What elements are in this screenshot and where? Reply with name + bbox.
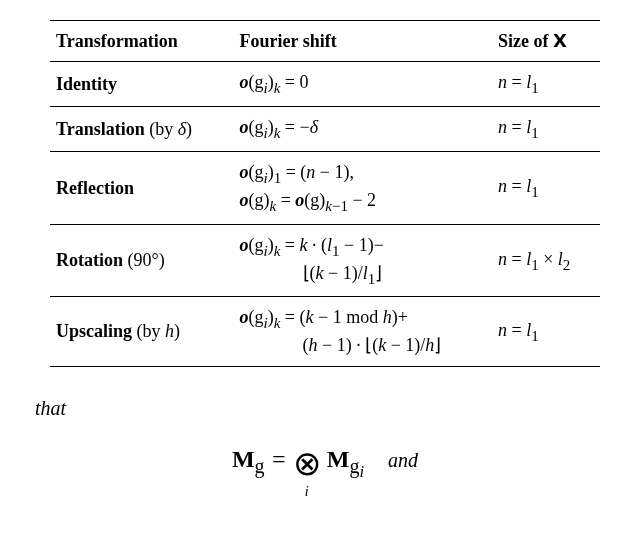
cell-fourier-shift: o(gi)k = (k − 1 mod h)+ (h − 1) · ⌊(k − … (232, 297, 491, 366)
transformations-table: Transformation Fourier shift Size of 𝗫 I… (50, 20, 600, 367)
cell-size: n = l1 × l2 (490, 224, 600, 297)
cell-transformation: Identity (50, 62, 232, 107)
table-row: Upscaling (by h) o(gi)k = (k − 1 mod h)+… (50, 297, 600, 366)
cell-fourier-shift: o(gi)k = 0 (232, 62, 491, 107)
cell-transformation: Reflection (50, 151, 232, 224)
cell-fourier-shift: o(gi)1 = (n − 1),o(g)k = o(g)k−1 − 2 (232, 151, 491, 224)
cell-transformation: Rotation (90°) (50, 224, 232, 297)
cell-transformation: Upscaling (by h) (50, 297, 232, 366)
cell-size: n = l1 (490, 297, 600, 366)
table-row: Rotation (90°) o(gi)k = k · (l1 − 1)− ⌊(… (50, 224, 600, 297)
equation-tensor-product: Mg = ⊗i Mgiand (50, 446, 600, 483)
table-bottom-rule (50, 366, 600, 367)
cell-transformation: Translation (by δ) (50, 107, 232, 152)
cell-fourier-shift: o(gi)k = −δ (232, 107, 491, 152)
cell-size: n = l1 (490, 151, 600, 224)
cell-size: n = l1 (490, 62, 600, 107)
cell-size: n = l1 (490, 107, 600, 152)
table-row: Identity o(gi)k = 0 n = l1 (50, 62, 600, 107)
table-row: Translation (by δ) o(gi)k = −δ n = l1 (50, 107, 600, 152)
table-header-row: Transformation Fourier shift Size of 𝗫 (50, 21, 600, 62)
table-row: Reflection o(gi)1 = (n − 1),o(g)k = o(g)… (50, 151, 600, 224)
header-fourier-shift: Fourier shift (232, 21, 491, 62)
cell-fourier-shift: o(gi)k = k · (l1 − 1)− ⌊(k − 1)/l1⌋ (232, 224, 491, 297)
header-transformation: Transformation (50, 21, 232, 62)
text-that: that (35, 397, 600, 420)
header-size: Size of 𝗫 (490, 21, 600, 62)
page: Transformation Fourier shift Size of 𝗫 I… (0, 0, 640, 512)
